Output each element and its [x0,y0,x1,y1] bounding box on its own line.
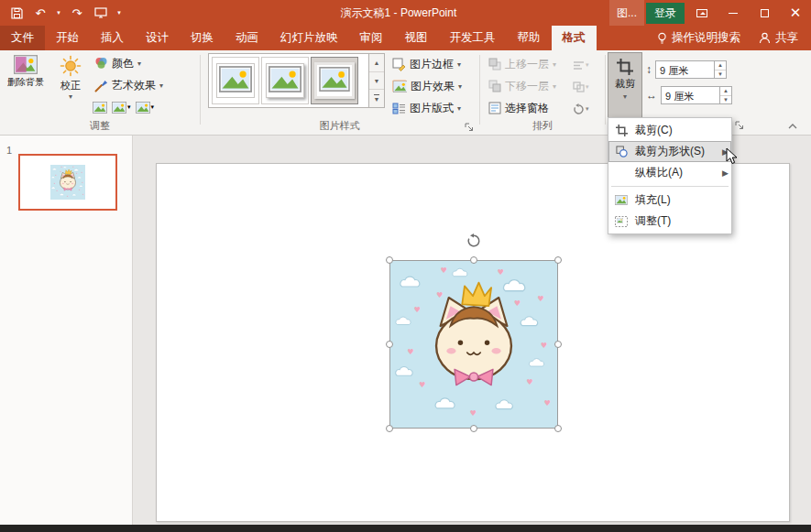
menu-item-crop-to-shape[interactable]: 裁剪为形状(S) ▶ [608,141,731,162]
align-icon [573,60,585,71]
bring-forward-button[interactable]: 上移一层 ▾ [486,54,559,74]
sign-in-button[interactable]: 登录 [646,3,685,24]
undo-icon[interactable]: ↶ [29,2,51,24]
chevron-down-icon: ▾ [458,82,462,91]
artistic-effects-button[interactable]: 艺术效果 ▾ [92,75,166,95]
slide-thumbnail-1[interactable] [18,154,117,211]
selection-pane-button[interactable]: 选择窗格 [486,98,552,118]
minimize-icon [729,13,738,14]
gallery-more-button[interactable]: ▼ [369,90,384,107]
change-picture-button[interactable]: ▾ [111,101,132,114]
group-adjust: 删除背景 校正 ▾ 颜色 ▾ 艺术效果 [0,50,200,136]
selection-handle-e[interactable] [554,341,562,348]
selection-handle-s[interactable] [470,425,477,432]
picture-layout-button[interactable]: 图片版式 ▾ [389,98,464,118]
height-spin-up-button[interactable]: ▲ [715,61,726,71]
collapse-ribbon-button[interactable] [786,122,799,131]
title-bar-right: 图... 登录 ✕ [609,0,811,26]
gallery-scroll-up-button[interactable]: ▲ [369,54,384,72]
maximize-button[interactable] [749,0,780,26]
picture-styles-gallery [208,53,369,108]
fit-icon [612,216,630,227]
tab-home[interactable]: 开始 [45,26,90,50]
height-spin-down-button[interactable]: ▼ [715,71,726,79]
tab-format-active[interactable]: 格式 [552,26,597,50]
tab-file[interactable]: 文件 [0,26,45,50]
ribbon-display-options-button[interactable] [686,0,718,26]
tab-animations[interactable]: 动画 [225,26,269,50]
tab-view[interactable]: 视图 [394,26,439,50]
compress-picture-icon [93,102,107,114]
picture-style-thumbnail [219,66,252,92]
customize-qat-icon[interactable]: ▾ [114,2,125,24]
tab-row-right: 操作说明搜索 共享 [650,26,811,50]
rotate-objects-button[interactable]: ▾ [572,103,590,115]
selection-handle-sw[interactable] [386,425,393,432]
picture-effects-icon [392,80,407,92]
width-spin-down-button[interactable]: ▼ [720,96,731,104]
gallery-scroll-down-button[interactable]: ▼ [369,72,384,91]
repeat-icon[interactable]: ↷ [66,2,88,24]
menu-item-aspect-ratio[interactable]: 纵横比(A) ▶ [608,162,731,183]
minimize-button[interactable] [718,0,749,26]
shape-height-input[interactable]: 9 厘米 ▲▼ [655,60,727,79]
picture-style-option-2[interactable] [261,57,309,104]
shape-width-input[interactable]: 9 厘米 ▲▼ [661,86,732,104]
tab-review[interactable]: 审阅 [349,26,394,50]
title-bar: ↶ ▾ ↷ ▾ 演示文稿1 - PowerPoint 图... 登录 ✕ [0,0,811,26]
crop-icon [617,59,633,75]
adjust-mini-buttons: ▾ ▾ [92,98,155,116]
picture-layout-icon [392,103,406,114]
selected-picture[interactable] [389,260,558,429]
selection-handle-se[interactable] [554,425,562,432]
crop-button-pressed[interactable]: 裁剪 ▾ [608,52,642,118]
group-objects-button[interactable]: ▾ [572,81,590,93]
selection-handle-w[interactable] [386,341,393,348]
tab-transitions[interactable]: 切换 [180,26,225,50]
reset-picture-button[interactable]: ▾ [135,101,156,114]
save-icon[interactable] [5,2,27,24]
selection-handle-n[interactable] [470,256,477,264]
undo-dropdown-icon[interactable]: ▾ [53,2,64,24]
width-spin-up-button[interactable]: ▲ [720,87,731,96]
close-button[interactable]: ✕ [780,0,811,26]
chevron-down-icon: ▾ [457,60,461,69]
picture-style-option-3-selected[interactable] [311,57,358,104]
sun-icon [60,55,82,77]
submenu-arrow-icon: ▶ [718,168,729,178]
tab-developer[interactable]: 开发工具 [439,26,507,50]
picture-border-button[interactable]: 图片边框 ▾ [389,54,464,74]
tab-help[interactable]: 帮助 [507,26,552,50]
chevron-up-icon [788,124,797,129]
selection-handle-ne[interactable] [554,256,562,264]
start-slideshow-icon[interactable] [90,2,112,24]
picture-style-option-1[interactable] [212,57,259,104]
tab-design[interactable]: 设计 [135,26,180,50]
menu-item-fill[interactable]: 填充(L) [608,190,731,211]
tell-me-search[interactable]: 操作说明搜索 [650,26,748,50]
rotate-icon [466,233,481,248]
menu-item-crop[interactable]: 裁剪(C) [608,120,731,141]
remove-background-button[interactable]: 删除背景 [4,50,48,89]
share-button[interactable]: 共享 [751,26,806,50]
send-backward-button[interactable]: 下移一层 ▾ [486,76,559,96]
remove-background-icon [14,55,38,74]
tab-insert[interactable]: 插入 [90,26,135,50]
compress-picture-button[interactable] [92,101,108,114]
picture-effects-button[interactable]: 图片效果 ▾ [389,76,465,96]
align-button[interactable]: ▾ [572,60,590,71]
color-button[interactable]: 颜色 ▾ [92,53,144,73]
ribbon-display-icon [696,9,707,17]
tab-slideshow[interactable]: 幻灯片放映 [269,26,349,50]
chevron-down-icon: ▾ [553,82,556,91]
slide-thumbnail-panel: 1 [0,136,133,525]
size-dialog-launcher[interactable] [734,120,745,131]
rotate-handle[interactable] [466,233,481,251]
selection-handle-nw[interactable] [386,256,393,264]
contextual-tab-header[interactable]: 图... [609,0,644,26]
crop-icon [612,125,630,136]
align-mini: ▾ [572,56,590,74]
menu-item-fit[interactable]: 调整(T) [608,211,731,232]
group-objects-icon [573,81,585,92]
corrections-button[interactable]: 校正 ▾ [51,50,90,100]
